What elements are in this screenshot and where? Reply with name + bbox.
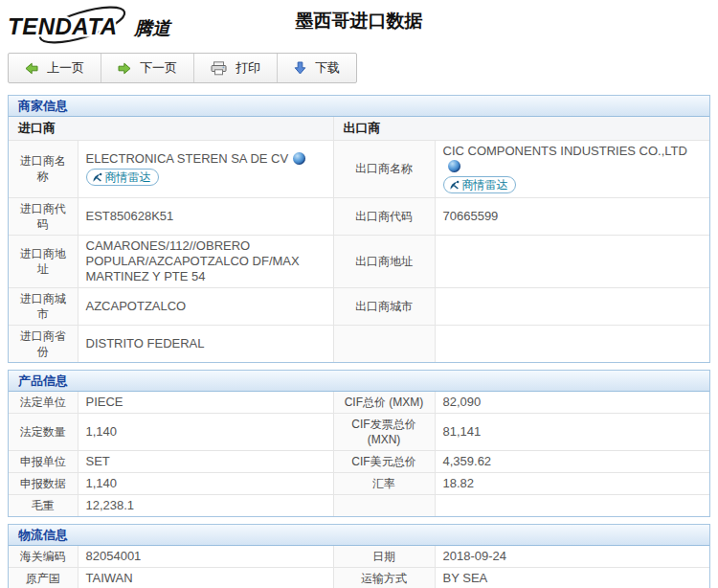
business-radar-label: 商情雷达 <box>105 170 151 185</box>
section-logistics-info: 物流信息 海关编码 82054001 日期 2018-09-24 原产国 TAI… <box>8 524 710 588</box>
arrow-left-icon <box>25 62 38 75</box>
table-row: 法定单位 PIECE CIF总价 (MXM) 82,090 <box>9 392 709 414</box>
table-row: 毛重 12,238.1 <box>9 494 709 516</box>
field-value <box>435 287 709 325</box>
print-label: 打印 <box>236 59 260 77</box>
field-label: 进口商名称 <box>9 141 78 198</box>
table-row: 海关编码 82054001 日期 2018-09-24 <box>9 546 709 568</box>
arrow-down-icon <box>294 61 306 75</box>
field-value: TAIWAN <box>78 567 333 588</box>
table-row: 申报数据 1,140 汇率 18.82 <box>9 472 709 494</box>
table-row: 进口商省份 DISTRITO FEDERAL <box>9 325 709 362</box>
field-value: 1,140 <box>78 413 333 450</box>
next-page-button[interactable]: 下一页 <box>101 54 194 82</box>
page-title: 墨西哥进口数据 <box>0 9 718 34</box>
table-row: 法定数量 1,140 CIF发票总价 (MXN) 81,141 <box>9 413 709 450</box>
field-label: CIF发票总价 (MXN) <box>333 413 435 450</box>
field-label: 法定单位 <box>9 392 78 414</box>
field-label: 申报数据 <box>9 472 78 494</box>
field-label: 运输方式 <box>333 567 435 588</box>
field-label: CIF总价 (MXM) <box>333 392 435 414</box>
field-value: BY SEA <box>435 567 709 588</box>
field-label: 申报单位 <box>9 450 78 472</box>
field-value: EST850628K51 <box>78 197 333 235</box>
table-row: 进口商城市 AZCAPOTZALCO 出口商城市 <box>9 287 709 325</box>
satellite-dish-icon <box>449 180 460 191</box>
field-label: 出口商城市 <box>333 287 435 325</box>
field-label <box>333 325 435 362</box>
field-value: 82054001 <box>78 546 333 568</box>
field-value: 1,140 <box>78 472 333 494</box>
field-value: PIECE <box>78 392 333 414</box>
field-value: 81,141 <box>435 413 709 450</box>
field-value: SET <box>78 450 333 472</box>
field-label: 出口商地址 <box>333 235 435 287</box>
field-label: 进口商地址 <box>9 235 78 287</box>
table-row: 申报单位 SET CIF美元总价 4,359.62 <box>9 450 709 472</box>
field-value: 4,359.62 <box>435 450 709 472</box>
table-row: 进口商地址 CAMARONES/112//OBRERO POPULAR/AZCA… <box>9 235 709 287</box>
globe-icon[interactable] <box>448 160 460 172</box>
field-value: 82,090 <box>435 392 709 414</box>
business-radar-badge[interactable]: 商情雷达 <box>443 176 516 193</box>
section-merchant-info: 商家信息 进口商 出口商 进口商名称 ELECTRONICA STEREN SA… <box>8 95 710 363</box>
exporter-subheader: 出口商 <box>333 117 709 141</box>
importer-name-cell: ELECTRONICA STEREN SA DE CV 商情雷达 <box>78 141 333 198</box>
globe-icon[interactable] <box>293 152 305 165</box>
field-label <box>333 494 435 516</box>
field-value: 70665599 <box>435 197 709 235</box>
section-header: 商家信息 <box>9 96 709 117</box>
download-label: 下载 <box>315 59 340 77</box>
importer-subheader: 进口商 <box>9 117 333 141</box>
table-row: 进口商 出口商 <box>9 117 709 141</box>
merchant-info-table: 进口商 出口商 进口商名称 ELECTRONICA STEREN SA DE C… <box>9 117 709 362</box>
field-label: 出口商代码 <box>333 197 435 235</box>
field-label: 进口商代码 <box>9 197 78 235</box>
exporter-name-cell: CIC COMPONENTS INDUSTRIES CO.,LTD 商情雷达 <box>435 141 709 198</box>
table-row: 进口商代码 EST850628K51 出口商代码 70665599 <box>9 197 709 235</box>
field-label: 进口商省份 <box>9 325 78 362</box>
field-value <box>435 235 709 287</box>
section-header: 产品信息 <box>9 371 709 392</box>
toolbar: 上一页 下一页 打印 <box>8 53 357 83</box>
product-info-table: 法定单位 PIECE CIF总价 (MXM) 82,090 法定数量 1,140… <box>9 392 709 516</box>
business-radar-label: 商情雷达 <box>462 177 508 192</box>
logistics-info-table: 海关编码 82054001 日期 2018-09-24 原产国 TAIWAN 运… <box>9 546 709 588</box>
next-page-label: 下一页 <box>140 59 177 77</box>
field-value: CAMARONES/112//OBRERO POPULAR/AZCAPOTZAL… <box>78 235 333 287</box>
field-value: 18.82 <box>435 472 709 494</box>
exporter-name: CIC COMPONENTS INDUSTRIES CO.,LTD <box>443 144 687 158</box>
business-radar-badge[interactable]: 商情雷达 <box>86 169 159 186</box>
section-product-info: 产品信息 法定单位 PIECE CIF总价 (MXM) 82,090 法定数量 … <box>8 370 710 517</box>
print-button[interactable]: 打印 <box>194 54 278 82</box>
field-label: 海关编码 <box>9 546 78 568</box>
field-value: DISTRITO FEDERAL <box>78 325 333 362</box>
field-value <box>435 325 709 362</box>
field-label: 法定数量 <box>9 413 78 450</box>
arrow-right-icon <box>118 62 131 75</box>
table-row: 原产国 TAIWAN 运输方式 BY SEA <box>9 567 709 588</box>
table-row: 进口商名称 ELECTRONICA STEREN SA DE CV 商情雷达 <box>9 141 709 198</box>
field-label: CIF美元总价 <box>333 450 435 472</box>
field-value: AZCAPOTZALCO <box>78 287 333 325</box>
field-label: 汇率 <box>333 472 435 494</box>
satellite-dish-icon <box>92 172 102 183</box>
printer-icon <box>211 61 227 76</box>
field-label: 毛重 <box>9 494 78 516</box>
masthead: TENDATA 腾道 墨西哥进口数据 <box>0 0 718 50</box>
prev-page-button[interactable]: 上一页 <box>9 54 101 82</box>
field-label: 出口商名称 <box>333 141 435 198</box>
import-record-page: TENDATA 腾道 墨西哥进口数据 上一页 下一页 <box>0 0 718 588</box>
field-value <box>435 494 709 516</box>
field-value: 12,238.1 <box>78 494 333 516</box>
field-label: 原产国 <box>9 567 78 588</box>
field-label: 日期 <box>333 546 435 568</box>
field-label: 进口商城市 <box>9 287 78 325</box>
importer-name: ELECTRONICA STEREN SA DE CV <box>86 151 289 166</box>
download-button[interactable]: 下载 <box>278 54 356 82</box>
section-header: 物流信息 <box>9 525 709 546</box>
field-value: 2018-09-24 <box>435 546 709 568</box>
prev-page-label: 上一页 <box>47 59 84 77</box>
